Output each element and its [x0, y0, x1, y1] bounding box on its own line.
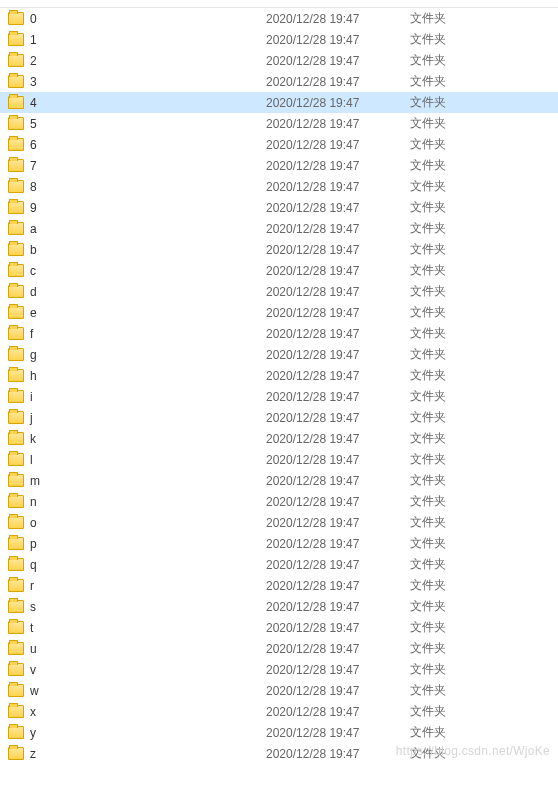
file-row[interactable]: m2020/12/28 19:47文件夹: [0, 470, 558, 491]
file-row[interactable]: d2020/12/28 19:47文件夹: [0, 281, 558, 302]
file-name-cell: 9: [8, 201, 266, 215]
file-row[interactable]: 42020/12/28 19:47文件夹: [0, 92, 558, 113]
file-name-cell: y: [8, 726, 266, 740]
file-row[interactable]: 72020/12/28 19:47文件夹: [0, 155, 558, 176]
file-name-label: f: [30, 327, 33, 341]
file-row[interactable]: h2020/12/28 19:47文件夹: [0, 365, 558, 386]
folder-icon: [8, 411, 24, 424]
file-row[interactable]: l2020/12/28 19:47文件夹: [0, 449, 558, 470]
file-row[interactable]: 52020/12/28 19:47文件夹: [0, 113, 558, 134]
file-date-cell: 2020/12/28 19:47: [266, 600, 410, 614]
file-name-label: u: [30, 642, 37, 656]
file-name-label: a: [30, 222, 37, 236]
folder-icon: [8, 579, 24, 592]
file-row[interactable]: 02020/12/28 19:47文件夹: [0, 8, 558, 29]
file-name-cell: x: [8, 705, 266, 719]
file-name-cell: o: [8, 516, 266, 530]
file-row[interactable]: 32020/12/28 19:47文件夹: [0, 71, 558, 92]
file-row[interactable]: 62020/12/28 19:47文件夹: [0, 134, 558, 155]
file-date-cell: 2020/12/28 19:47: [266, 453, 410, 467]
file-type-cell: 文件夹: [410, 136, 520, 153]
folder-icon: [8, 138, 24, 151]
file-type-cell: 文件夹: [410, 661, 520, 678]
file-date-cell: 2020/12/28 19:47: [266, 33, 410, 47]
file-row[interactable]: o2020/12/28 19:47文件夹: [0, 512, 558, 533]
folder-icon: [8, 54, 24, 67]
file-type-cell: 文件夹: [410, 325, 520, 342]
file-date-cell: 2020/12/28 19:47: [266, 159, 410, 173]
file-name-label: 7: [30, 159, 37, 173]
file-row[interactable]: 22020/12/28 19:47文件夹: [0, 50, 558, 71]
file-row[interactable]: x2020/12/28 19:47文件夹: [0, 701, 558, 722]
file-row[interactable]: 12020/12/28 19:47文件夹: [0, 29, 558, 50]
folder-icon: [8, 96, 24, 109]
file-row[interactable]: 92020/12/28 19:47文件夹: [0, 197, 558, 218]
file-date-cell: 2020/12/28 19:47: [266, 264, 410, 278]
file-row[interactable]: w2020/12/28 19:47文件夹: [0, 680, 558, 701]
file-row[interactable]: j2020/12/28 19:47文件夹: [0, 407, 558, 428]
file-row[interactable]: r2020/12/28 19:47文件夹: [0, 575, 558, 596]
folder-icon: [8, 201, 24, 214]
file-row[interactable]: i2020/12/28 19:47文件夹: [0, 386, 558, 407]
file-name-cell: r: [8, 579, 266, 593]
file-name-cell: 3: [8, 75, 266, 89]
file-date-cell: 2020/12/28 19:47: [266, 117, 410, 131]
folder-icon: [8, 348, 24, 361]
file-date-cell: 2020/12/28 19:47: [266, 243, 410, 257]
file-name-cell: q: [8, 558, 266, 572]
file-type-cell: 文件夹: [410, 220, 520, 237]
file-name-label: d: [30, 285, 37, 299]
file-type-cell: 文件夹: [410, 703, 520, 720]
file-type-cell: 文件夹: [410, 514, 520, 531]
file-row[interactable]: t2020/12/28 19:47文件夹: [0, 617, 558, 638]
folder-icon: [8, 684, 24, 697]
folder-icon: [8, 369, 24, 382]
file-name-label: 3: [30, 75, 37, 89]
file-row[interactable]: n2020/12/28 19:47文件夹: [0, 491, 558, 512]
folder-icon: [8, 663, 24, 676]
file-row[interactable]: v2020/12/28 19:47文件夹: [0, 659, 558, 680]
file-row[interactable]: k2020/12/28 19:47文件夹: [0, 428, 558, 449]
folder-icon: [8, 12, 24, 25]
file-date-cell: 2020/12/28 19:47: [266, 96, 410, 110]
file-name-cell: f: [8, 327, 266, 341]
file-name-label: j: [30, 411, 33, 425]
folder-icon: [8, 117, 24, 130]
file-type-cell: 文件夹: [410, 598, 520, 615]
file-date-cell: 2020/12/28 19:47: [266, 180, 410, 194]
file-type-cell: 文件夹: [410, 241, 520, 258]
file-name-label: i: [30, 390, 33, 404]
file-date-cell: 2020/12/28 19:47: [266, 684, 410, 698]
folder-icon: [8, 33, 24, 46]
file-row[interactable]: z2020/12/28 19:47文件夹: [0, 743, 558, 764]
folder-icon: [8, 621, 24, 634]
file-row[interactable]: e2020/12/28 19:47文件夹: [0, 302, 558, 323]
file-date-cell: 2020/12/28 19:47: [266, 306, 410, 320]
file-row[interactable]: f2020/12/28 19:47文件夹: [0, 323, 558, 344]
file-name-cell: 5: [8, 117, 266, 131]
file-name-cell: a: [8, 222, 266, 236]
file-type-cell: 文件夹: [410, 682, 520, 699]
file-row[interactable]: u2020/12/28 19:47文件夹: [0, 638, 558, 659]
file-row[interactable]: c2020/12/28 19:47文件夹: [0, 260, 558, 281]
file-row[interactable]: p2020/12/28 19:47文件夹: [0, 533, 558, 554]
file-row[interactable]: 82020/12/28 19:47文件夹: [0, 176, 558, 197]
file-date-cell: 2020/12/28 19:47: [266, 348, 410, 362]
file-name-cell: p: [8, 537, 266, 551]
folder-icon: [8, 327, 24, 340]
file-name-label: h: [30, 369, 37, 383]
folder-icon: [8, 600, 24, 613]
file-date-cell: 2020/12/28 19:47: [266, 327, 410, 341]
folder-icon: [8, 180, 24, 193]
folder-icon: [8, 558, 24, 571]
file-row[interactable]: b2020/12/28 19:47文件夹: [0, 239, 558, 260]
file-date-cell: 2020/12/28 19:47: [266, 411, 410, 425]
file-date-cell: 2020/12/28 19:47: [266, 579, 410, 593]
file-row[interactable]: y2020/12/28 19:47文件夹: [0, 722, 558, 743]
file-row[interactable]: s2020/12/28 19:47文件夹: [0, 596, 558, 617]
file-row[interactable]: g2020/12/28 19:47文件夹: [0, 344, 558, 365]
file-row[interactable]: a2020/12/28 19:47文件夹: [0, 218, 558, 239]
file-name-cell: 8: [8, 180, 266, 194]
file-row[interactable]: q2020/12/28 19:47文件夹: [0, 554, 558, 575]
file-name-cell: s: [8, 600, 266, 614]
